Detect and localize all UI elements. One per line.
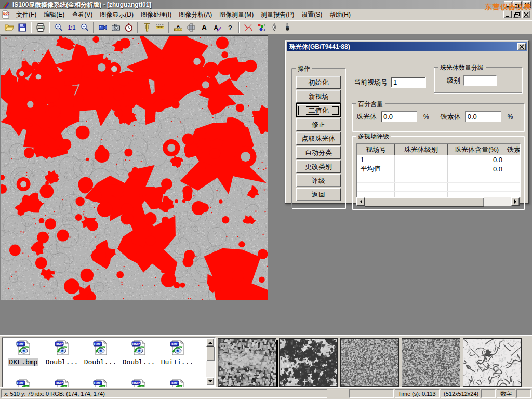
open-tool-button[interactable] bbox=[3, 21, 16, 34]
menu-item-9[interactable]: 设置(S) bbox=[298, 9, 326, 20]
mdi-close-button[interactable] bbox=[522, 11, 530, 18]
menu-items: 文件(F)编辑(E)查看(V)图像显示(D)图像处理(I)图像分析(A)图像测量… bbox=[12, 9, 354, 20]
svg-text:BMP: BMP bbox=[17, 342, 25, 346]
status-empty-3 bbox=[516, 389, 531, 398]
file-item-5[interactable]: BMPHuiTi... bbox=[158, 340, 196, 366]
ruler-icon bbox=[155, 23, 165, 32]
table-row-3[interactable] bbox=[357, 174, 521, 183]
menu-item-2[interactable]: 编辑(E) bbox=[40, 9, 68, 20]
op-button-3[interactable]: 二值化 bbox=[296, 104, 341, 117]
bmp-file-icon: BMP bbox=[92, 340, 109, 356]
mdi-restore-button[interactable] bbox=[513, 11, 521, 18]
grade-input[interactable] bbox=[463, 75, 497, 86]
gallery-thumbnail-1[interactable] bbox=[218, 338, 276, 387]
menu-item-7[interactable]: 图像测量(M) bbox=[216, 9, 257, 20]
file-item-partial-3[interactable]: BMP bbox=[81, 379, 119, 387]
op-button-1[interactable]: 初始化 bbox=[296, 76, 341, 89]
scroll-right-button[interactable] bbox=[511, 197, 520, 206]
menu-item-8[interactable]: 测量报告(P) bbox=[257, 9, 298, 20]
grid-icon bbox=[187, 23, 196, 32]
scroll-left-button[interactable] bbox=[356, 197, 365, 206]
video-camera-tool-button[interactable] bbox=[96, 21, 109, 34]
file-scroll-thumb[interactable] bbox=[206, 347, 215, 361]
help-tool-button[interactable]: ? bbox=[223, 21, 236, 34]
table-horizontal-scrollbar bbox=[356, 197, 520, 206]
status-time: Time (s): 0.113 bbox=[395, 389, 440, 398]
measure-text-tool-button[interactable]: A bbox=[171, 21, 184, 34]
print-tool-button[interactable] bbox=[34, 21, 47, 34]
op-button-4[interactable]: 修正 bbox=[296, 118, 341, 131]
file-item-1[interactable]: BMPDKF.bmp bbox=[4, 340, 43, 366]
op-button-6[interactable]: 自动分类 bbox=[296, 146, 341, 159]
curve-tool-button[interactable] bbox=[242, 21, 255, 34]
menu-item-10[interactable]: 帮助(H) bbox=[326, 9, 354, 20]
file-item-partial-5[interactable]: BMP bbox=[158, 379, 196, 387]
dialog-title-bar[interactable]: 珠光体(GB/T9441-88) bbox=[287, 42, 527, 51]
multi-field-group-label: 多视场评级 bbox=[356, 132, 391, 141]
camera-tool-button[interactable] bbox=[109, 21, 122, 34]
toolbar: 1:1AAA?23 bbox=[0, 20, 532, 35]
save-icon bbox=[18, 23, 27, 32]
status-empty-2 bbox=[481, 389, 496, 398]
file-name: HuiTi... bbox=[160, 358, 195, 366]
text-edit-tool-button[interactable]: A bbox=[210, 21, 223, 34]
menu-item-6[interactable]: 图像分析(A) bbox=[175, 9, 216, 20]
scroll-down-button[interactable] bbox=[206, 377, 214, 385]
mdi-minimize-button[interactable] bbox=[503, 11, 512, 18]
op-button-5[interactable]: 点取珠光体 bbox=[296, 132, 341, 145]
op-button-8[interactable]: 评级 bbox=[296, 174, 341, 187]
curve-icon bbox=[244, 23, 253, 32]
status-position: x: 510 y: 79 idx: 0 RGB: (174, 174, 174) bbox=[1, 389, 327, 398]
menu-item-1[interactable]: 文件(F) bbox=[12, 9, 40, 20]
brush-tool-button[interactable] bbox=[281, 21, 294, 34]
bmp-file-icon: BMP bbox=[15, 379, 32, 387]
file-item-partial-4[interactable]: BMP bbox=[119, 379, 158, 387]
menu-bar: DOC 文件(F)编辑(E)查看(V)图像显示(D)图像处理(I)图像分析(A)… bbox=[0, 9, 532, 20]
caliper-tool-button[interactable] bbox=[140, 21, 153, 34]
op-button-2[interactable]: 新视场 bbox=[296, 90, 341, 103]
gallery-thumbnail-3[interactable] bbox=[340, 338, 399, 387]
svg-text:BMP: BMP bbox=[171, 381, 179, 385]
percent-input-1[interactable] bbox=[381, 111, 417, 122]
zoom-out-tool-button[interactable] bbox=[78, 21, 91, 34]
actual-size-tool-button[interactable]: 1:1 bbox=[65, 21, 78, 34]
file-item-partial-2[interactable]: BMP bbox=[43, 379, 81, 387]
gallery-thumbnail-4[interactable] bbox=[402, 338, 460, 387]
classify-tool-button[interactable]: 23 bbox=[255, 21, 268, 34]
timer-tool-button[interactable] bbox=[122, 21, 135, 34]
menu-item-3[interactable]: 查看(V) bbox=[68, 9, 96, 20]
pen-tool-button[interactable] bbox=[268, 21, 281, 34]
percent-fields: 珠光体%铁素体% bbox=[356, 111, 520, 122]
op-button-9[interactable]: 返回 bbox=[296, 188, 341, 201]
op-button-7[interactable]: 更改类别 bbox=[296, 160, 341, 173]
file-item-3[interactable]: BMPDoubl... bbox=[81, 340, 119, 366]
text-tool-button[interactable]: A bbox=[197, 21, 210, 34]
bmp-file-icon: BMP bbox=[54, 340, 70, 356]
save-tool-button[interactable] bbox=[16, 21, 29, 34]
file-list-scrollbar bbox=[206, 338, 215, 385]
current-field-input[interactable] bbox=[391, 77, 426, 88]
ruler-tool-button[interactable] bbox=[153, 21, 166, 34]
gallery-thumbnail-2[interactable] bbox=[279, 338, 338, 387]
menu-item-5[interactable]: 图像处理(I) bbox=[137, 9, 175, 20]
gallery-thumbnail-5[interactable] bbox=[463, 338, 522, 387]
dialog-close-button[interactable] bbox=[517, 43, 526, 50]
grid-tool-button[interactable] bbox=[184, 21, 197, 34]
file-item-4[interactable]: BMPDoubl... bbox=[119, 340, 158, 366]
table-row-5[interactable] bbox=[357, 192, 521, 198]
percent-input-2[interactable] bbox=[465, 111, 501, 122]
camera-icon bbox=[111, 23, 121, 32]
table-row-4[interactable] bbox=[357, 183, 521, 192]
micrograph-image[interactable] bbox=[1, 35, 268, 300]
file-item-2[interactable]: BMPDoubl... bbox=[43, 340, 81, 366]
application-window: { "window": { "title": "IS100显微摄像系统(金相分析… bbox=[0, 0, 532, 399]
scroll-up-button[interactable] bbox=[206, 338, 214, 347]
table-row-1[interactable]: 10.0 bbox=[357, 155, 521, 164]
file-name: Doubl... bbox=[45, 358, 79, 366]
file-item-partial-1[interactable]: BMP bbox=[4, 379, 43, 387]
zoom-in-tool-button[interactable] bbox=[52, 21, 65, 34]
table-row-2[interactable]: 平均值0.0 bbox=[357, 164, 521, 174]
bmp-file-icon: BMP bbox=[54, 379, 70, 387]
menu-item-4[interactable]: 图像显示(D) bbox=[96, 9, 137, 20]
scroll-thumb[interactable] bbox=[365, 197, 484, 207]
